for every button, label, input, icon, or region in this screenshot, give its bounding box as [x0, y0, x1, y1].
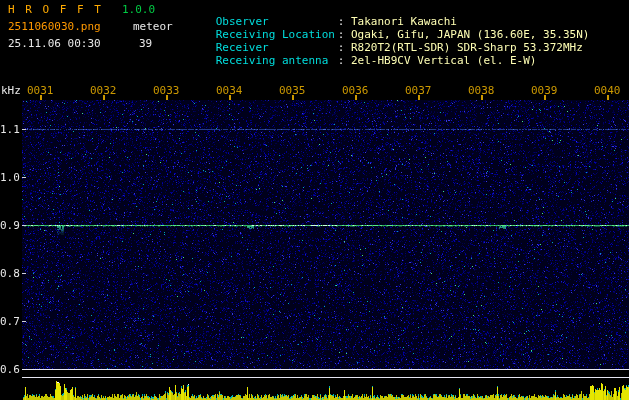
x-tick-label: 0035: [279, 84, 306, 97]
y-tick-label: 1.1: [0, 123, 19, 136]
info-row-antenna: Receiving antenna: 2el-HB9CV Vertical (e…: [176, 43, 536, 79]
x-tick-label: 0032: [90, 84, 117, 97]
x-tick-label: 0031: [27, 84, 54, 97]
y-tick-label: 0.9: [0, 219, 19, 232]
y-tick-label: 0.6: [0, 363, 19, 376]
hrofft-output: H R O F F T 1.0.0 2511060030.png meteor …: [0, 0, 629, 400]
x-tick-label: 0039: [531, 84, 558, 97]
x-tick-label: 0036: [342, 84, 369, 97]
output-filename: 2511060030.png: [8, 21, 101, 33]
echo-count: 39: [139, 38, 152, 50]
x-tick-label: 0034: [216, 84, 243, 97]
y-tick-label: 0.8: [0, 267, 19, 280]
x-tick-label: 0038: [468, 84, 495, 97]
y-axis-unit: kHz: [1, 84, 21, 97]
x-tick-label: 0040: [594, 84, 621, 97]
y-tick-label: 0.7: [0, 315, 19, 328]
datetime: 25.11.06 00:30: [8, 38, 101, 50]
x-tick-label: 0037: [405, 84, 432, 97]
x-tick-label: 0033: [153, 84, 180, 97]
mode-label: meteor: [133, 21, 173, 33]
info-separator: :: [338, 54, 351, 67]
y-tick-label: 1.0: [0, 171, 19, 184]
info-label: Receiving antenna: [216, 55, 338, 67]
app-title: H R O F F T: [8, 4, 103, 16]
info-value: 2el-HB9CV Vertical (el. E-W): [351, 54, 536, 67]
app-version: 1.0.0: [122, 4, 155, 16]
